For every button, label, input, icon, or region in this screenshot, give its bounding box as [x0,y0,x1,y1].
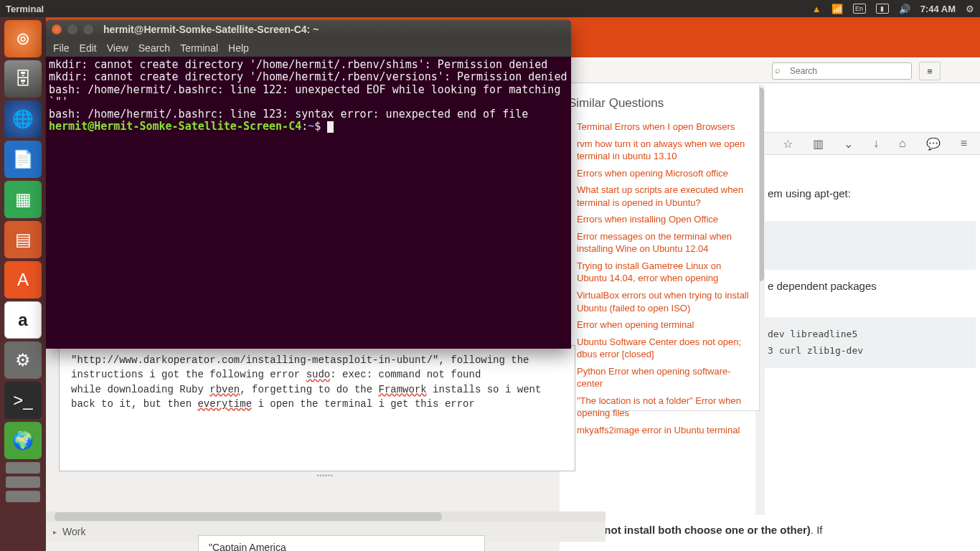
site-search-input[interactable] [772,62,912,80]
similar-question-item: rvm how turn it on always when we open t… [568,138,750,163]
terminal-titlebar[interactable]: hermit@Hermit-Somke-Satellite-Screen-C4:… [46,20,571,39]
writer-document-area[interactable]: "http://www.darkoperator.com/installing-… [59,345,575,471]
similar-question-item: Python Error when opening software-cente… [568,365,750,390]
sound-icon[interactable]: 🔊 [899,4,910,14]
site-switcher-button[interactable]: ≡ [919,62,941,80]
menu-help[interactable]: Help [228,42,249,54]
similar-questions-list: Terminal Errors when I open Browsersrvm … [568,121,750,436]
libreoffice-writer-window: "http://www.darkoperator.com/installing-… [46,344,560,551]
unity-top-panel: Terminal ▲ 📶 En ▮ 🔊 7:44 AM ⚙ [0,0,980,17]
writer-hscroll-thumb[interactable] [55,512,442,521]
similar-question-item: Error messages on the terminal when inst… [568,230,750,255]
writer-horizontal-scrollbar[interactable] [46,512,606,522]
similar-question-item: Error when opening terminal [568,319,750,331]
prompt-cwd: ~ [308,120,314,133]
similar-question-item: mkyaffs2image error in Ubuntu terminal [568,424,750,437]
similar-question-link[interactable]: Errors when opening Microsoft office [577,168,728,179]
launcher-running-3[interactable] [6,491,40,502]
similar-question-item: Errors when installing Open Office [568,213,750,226]
similar-questions-panel: Similar Questions Terminal Errors when I… [556,85,760,411]
similar-question-link[interactable]: Error when opening terminal [577,319,694,330]
indicator-area: ▲ 📶 En ▮ 🔊 7:44 AM ⚙ [812,4,974,14]
terminal-cursor [327,121,334,133]
launcher-dash[interactable]: ⊚ [4,20,42,57]
similar-question-link[interactable]: Python Error when opening software-cente… [577,366,731,390]
terminal-output-area[interactable]: mkdir: cannot create directory '/home/he… [46,57,571,136]
similar-question-link[interactable]: What start up scripts are executed when … [577,184,743,208]
session-gear-icon[interactable]: ⚙ [966,4,974,14]
keyboard-layout-indicator[interactable]: En [853,4,866,14]
launcher-software[interactable]: A [4,261,42,298]
unity-launcher: ⊚ 🗄 🌐 📄 ▦ ▤ A a ⚙ >_ 🌍 [0,17,46,551]
window-maximize-button[interactable] [83,24,93,34]
active-window-title: Terminal [6,4,44,14]
bookmark-star-icon[interactable]: ☆ [783,137,793,151]
caption-text-box[interactable]: "Captain America [198,535,485,551]
firefox-toolbar-right: ☆ ▥ ⌄ ↓ ⌂ 💬 ≡ [765,132,980,155]
launcher-calc[interactable]: ▦ [4,181,42,218]
similar-question-link[interactable]: mkyaffs2image error in Ubuntu terminal [577,425,740,435]
reader-icon[interactable]: ▥ [813,137,824,151]
launcher-terminal[interactable]: >_ [4,382,42,419]
battery-icon[interactable]: ▮ [876,4,889,14]
launcher-running-2[interactable] [6,476,40,488]
vlc-cone-icon[interactable]: ▲ [812,4,821,14]
window-close-button[interactable] [52,24,62,34]
home-icon[interactable]: ⌂ [899,137,906,150]
similar-question-item: "The location is not a folder" Error whe… [568,395,750,420]
similar-question-item: Terminal Errors when I open Browsers [568,121,750,133]
similar-question-item: VirtualBox errors out when trying to ins… [568,289,750,314]
clock[interactable]: 7:44 AM [920,4,956,14]
launcher-running-1[interactable] [6,462,40,474]
terminal-title-text: hermit@Hermit-Somke-Satellite-Screen-C4:… [103,24,319,35]
gnome-terminal-window: hermit@Hermit-Somke-Satellite-Screen-C4:… [46,20,571,349]
menu-file[interactable]: File [53,42,70,54]
prompt-user-host: hermit@Hermit-Somke-Satellite-Screen-C4 [49,120,301,133]
similar-question-item: Errors when opening Microsoft office [568,167,750,180]
similar-question-link[interactable]: Error messages on the terminal when inst… [577,231,732,255]
pocket-icon[interactable]: ⌄ [844,137,853,151]
window-minimize-button[interactable] [67,24,77,34]
launcher-writer[interactable]: 📄 [4,141,42,178]
launcher-browser-alt[interactable]: 🌍 [4,422,42,459]
menu-terminal[interactable]: Terminal [180,42,218,54]
similar-question-item: What start up scripts are executed when … [568,184,750,209]
chat-icon[interactable]: 💬 [926,137,941,151]
text-fragment-1: em using apt-get: [768,185,954,202]
launcher-impress[interactable]: ▤ [4,221,42,258]
similar-question-link[interactable]: VirtualBox errors out when trying to ins… [577,290,749,314]
similar-question-link[interactable]: "The location is not a folder" Error whe… [577,395,741,419]
search-icon: ⌕ [775,65,781,75]
terminal-menubar: File Edit View Search Terminal Help [46,39,571,57]
similar-question-item: Ubuntu Software Center does not open; db… [568,336,750,361]
menu-search[interactable]: Search [138,42,170,54]
menu-view[interactable]: View [107,42,128,54]
similar-question-link[interactable]: Terminal Errors when I open Browsers [577,121,735,132]
similar-question-link[interactable]: Trying to install Gametree Linux on Ubun… [577,260,721,284]
launcher-files[interactable]: 🗄 [4,60,42,98]
menu-edit[interactable]: Edit [80,42,97,54]
similar-question-link[interactable]: Errors when installing Open Office [577,214,718,225]
launcher-firefox[interactable]: 🌐 [4,100,42,138]
panel-resize-handle[interactable]: ▪▪▪▪▪▪ [317,472,360,477]
similar-question-link[interactable]: rvm how turn it on always when we open t… [577,138,745,162]
network-icon[interactable]: 📶 [831,4,843,14]
launcher-amazon[interactable]: a [4,301,42,339]
similar-questions-heading: Similar Questions [568,96,750,110]
similar-question-link[interactable]: Ubuntu Software Center does not open; db… [577,336,741,360]
firefox-menu-icon[interactable]: ≡ [961,137,967,150]
similar-question-item: Trying to install Gametree Linux on Ubun… [568,260,750,285]
downloads-icon[interactable]: ↓ [873,137,879,150]
launcher-settings[interactable]: ⚙ [4,342,42,379]
